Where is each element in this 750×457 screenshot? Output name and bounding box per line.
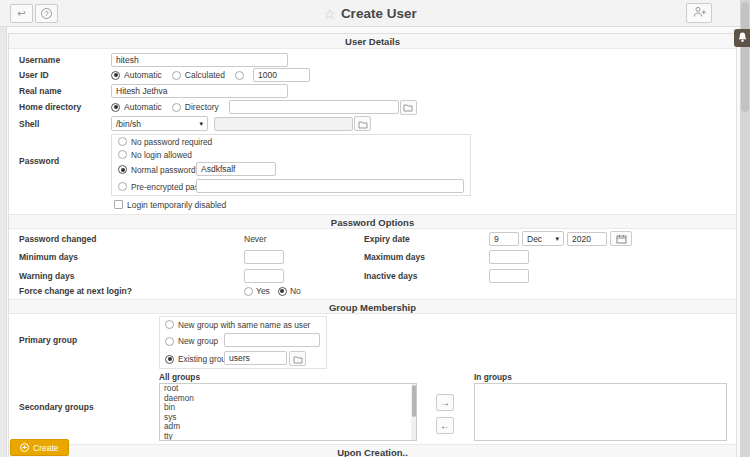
section-user-details: User Details	[9, 34, 736, 49]
arrow-left-icon: ←	[440, 420, 450, 431]
directory-chooser-button[interactable]	[400, 100, 417, 115]
home-dir-directory-label: Directory	[185, 102, 219, 112]
all-groups-header: All groups	[159, 372, 417, 383]
shell-select[interactable]: /bin/sh ▾	[111, 116, 208, 131]
password-changed-value: Never	[244, 234, 364, 244]
primary-same-name-radio[interactable]	[165, 320, 174, 329]
expiry-day-input[interactable]	[489, 232, 519, 246]
password-none-radio[interactable]	[118, 137, 127, 146]
chevron-down-icon: ▾	[199, 120, 203, 128]
new-group-input[interactable]	[224, 333, 320, 347]
in-groups-column: In groups	[474, 372, 727, 441]
home-dir-directory-radio[interactable]	[172, 103, 181, 112]
group-list-item[interactable]: root	[160, 384, 416, 394]
warning-days-input[interactable]	[244, 269, 284, 283]
group-list-item[interactable]: tty	[160, 432, 416, 441]
row-secondary-groups: Secondary groups All groups root daemon …	[9, 372, 736, 441]
existing-group-input[interactable]	[224, 351, 287, 365]
group-chooser-icon	[293, 350, 303, 368]
row-password-changed: Password changed Never Expiry date Dec ▾	[9, 230, 736, 247]
group-list-item[interactable]: sys	[160, 413, 416, 423]
transfer-buttons: → ←	[436, 394, 454, 434]
group-chooser-button[interactable]	[289, 351, 306, 366]
scrollbar-thumb[interactable]	[741, 2, 749, 112]
user-id-input[interactable]	[253, 68, 310, 82]
favorite-star-icon[interactable]: ☆	[323, 6, 336, 22]
password-label: Password	[19, 156, 111, 166]
sidebar-edge	[0, 0, 7, 457]
primary-group-label: Primary group	[19, 335, 159, 345]
force-change-label: Force change at next login?	[19, 286, 244, 296]
all-groups-column: All groups root daemon bin sys adm tty d…	[159, 372, 417, 441]
force-change-no-radio[interactable]	[278, 287, 287, 296]
date-picker-button[interactable]	[610, 231, 632, 246]
notifications-toggle[interactable]	[734, 29, 750, 47]
row-min-max-days: Minimum days Maximum days	[9, 247, 736, 266]
group-list-item[interactable]: daemon	[160, 394, 416, 404]
normal-password-input[interactable]	[196, 162, 276, 176]
user-id-automatic-label: Automatic	[124, 70, 162, 80]
password-normal-row: Normal password	[112, 161, 470, 178]
user-id-manual-radio[interactable]	[235, 71, 244, 80]
password-preenc-row: Pre-encrypted password	[112, 178, 470, 195]
back-icon: ↩	[17, 8, 25, 19]
list-scrollbar-thumb[interactable]	[412, 385, 416, 417]
create-button[interactable]: + Create	[10, 439, 69, 456]
row-user-id: User ID Automatic Calculated	[9, 68, 736, 82]
calendar-icon	[616, 230, 627, 248]
move-right-button[interactable]: →	[436, 394, 454, 411]
expiry-date-label: Expiry date	[364, 234, 489, 244]
minimum-days-input[interactable]	[244, 250, 284, 264]
home-directory-input[interactable]	[229, 100, 399, 114]
primary-existing-radio[interactable]	[165, 355, 174, 364]
in-groups-list[interactable]	[474, 383, 727, 441]
inactive-days-input[interactable]	[489, 269, 529, 283]
user-id-calculated-radio[interactable]	[172, 71, 181, 80]
primary-same-name-label: New group with same name as user	[178, 320, 310, 330]
page-title: Create User	[341, 6, 417, 21]
password-normal-label: Normal password	[131, 165, 196, 175]
user-id-label: User ID	[19, 70, 111, 80]
expiry-month-select[interactable]: Dec ▾	[522, 231, 564, 246]
password-nologin-radio[interactable]	[118, 150, 127, 159]
primary-new-group-radio[interactable]	[165, 337, 174, 346]
all-groups-list[interactable]: root daemon bin sys adm tty disk	[159, 383, 417, 441]
in-groups-header: In groups	[474, 372, 727, 383]
file-chooser-icon	[403, 98, 413, 116]
create-button-label: Create	[33, 443, 59, 453]
password-preenc-radio[interactable]	[118, 182, 127, 191]
page-scrollbar[interactable]	[740, 0, 750, 457]
login-disabled-checkbox[interactable]	[114, 200, 123, 209]
force-change-yes-radio[interactable]	[244, 287, 253, 296]
force-change-yes-label: Yes	[256, 286, 270, 296]
password-options-box: No password required No login allowed No…	[111, 134, 471, 196]
row-username: Username	[9, 51, 736, 68]
real-name-input[interactable]	[111, 84, 288, 98]
expiry-year-input[interactable]	[567, 232, 607, 246]
maximum-days-label: Maximum days	[364, 252, 489, 262]
preencrypted-password-input[interactable]	[196, 179, 464, 193]
toolbar: ↩ ? ☆ Create User	[0, 0, 740, 27]
move-left-button[interactable]: ←	[436, 417, 454, 434]
shell-select-value: /bin/sh	[116, 119, 141, 129]
group-list-item[interactable]: adm	[160, 422, 416, 432]
group-list-item[interactable]: bin	[160, 403, 416, 413]
shell-other-input[interactable]	[214, 117, 353, 131]
username-input[interactable]	[111, 53, 288, 67]
back-button[interactable]: ↩	[10, 4, 33, 23]
password-nologin-label: No login allowed	[131, 150, 192, 160]
home-dir-automatic-radio[interactable]	[111, 103, 120, 112]
row-warning-inactive-days: Warning days Inactive days	[9, 266, 736, 285]
shell-label: Shell	[19, 119, 111, 129]
user-id-automatic-radio[interactable]	[111, 71, 120, 80]
list-scrollbar[interactable]	[411, 384, 416, 440]
plus-icon: +	[20, 443, 29, 452]
row-home-directory: Home directory Automatic Directory	[9, 99, 736, 115]
expiry-month-value: Dec	[527, 234, 542, 244]
maximum-days-input[interactable]	[489, 250, 529, 264]
shell-chooser-button[interactable]	[354, 116, 371, 131]
add-user-shortcut-button[interactable]	[686, 3, 712, 23]
help-button[interactable]: ?	[35, 4, 58, 23]
password-normal-radio[interactable]	[118, 165, 127, 174]
file-chooser-icon	[358, 115, 368, 133]
